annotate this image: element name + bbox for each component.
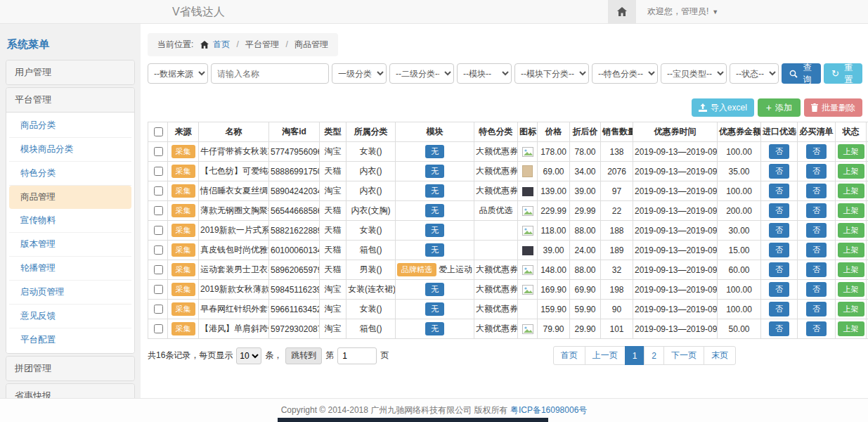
status-toggle[interactable]: 上架 [838,184,864,198]
import-select-toggle[interactable]: 否 [769,243,789,257]
status-toggle[interactable]: 上架 [838,321,864,336]
module-none-badge: 无 [425,145,444,158]
sidebar-subitem-商品分类[interactable]: 商品分类 [9,114,131,138]
source-badge: 采集 [171,263,195,276]
page-button-首页[interactable]: 首页 [553,346,585,365]
filter-select-category-l2[interactable]: --二级分类-- [389,63,454,84]
sidebar-item-拼团管理[interactable]: 拼团管理 [6,357,134,381]
page-button-末页[interactable]: 末页 [704,346,736,365]
coupon-amount: 30.00 [718,221,761,241]
sidebar-item-省惠快报[interactable]: 省惠快报 [6,384,134,399]
status-toggle[interactable]: 上架 [838,243,864,257]
import-select-toggle[interactable]: 否 [769,164,789,179]
row-checkbox[interactable] [154,167,163,176]
status-toggle[interactable]: 上架 [838,164,864,179]
import-select-toggle[interactable]: 否 [769,282,789,297]
row-checkbox[interactable] [154,285,163,294]
page-button-1[interactable]: 1 [625,346,645,365]
sales-count: 198 [601,280,633,300]
breadcrumb-label: 当前位置: [157,39,193,49]
page-size-select[interactable]: 10 [236,347,261,364]
discount-price: 29.90 [570,319,601,339]
must-buy-toggle[interactable]: 否 [806,144,827,159]
sidebar-subitem-意见反馈[interactable]: 意见反馈 [9,305,131,328]
must-buy-toggle[interactable]: 否 [806,243,827,257]
status-toggle[interactable]: 上架 [838,282,864,297]
import-select-toggle[interactable]: 否 [769,302,789,316]
row-checkbox[interactable] [154,305,163,314]
must-buy-toggle[interactable]: 否 [806,184,827,198]
sidebar-subitem-模块商品分类[interactable]: 模块商品分类 [9,138,131,162]
sidebar-subitem-宣传物料[interactable]: 宣传物料 [9,209,131,233]
must-buy-toggle[interactable]: 否 [806,302,827,316]
jump-page-input[interactable] [337,347,377,364]
filter-select-data-source[interactable]: --数据来源-- [148,63,208,84]
status-toggle[interactable]: 上架 [838,302,864,316]
breadcrumb-level2: 商品管理 [294,39,328,49]
page-button-上一页[interactable]: 上一页 [585,346,626,365]
price: 118.00 [538,221,570,241]
sidebar-subitem-平台配置[interactable]: 平台配置 [9,328,131,352]
import-select-toggle[interactable]: 否 [769,223,789,238]
row-checkbox[interactable] [154,206,163,215]
icp-link[interactable]: 粤ICP备16098006号 [510,404,587,416]
price: 178.00 [538,142,570,162]
jump-to-button[interactable]: 跳转到 [285,347,322,364]
row-checkbox[interactable] [154,245,163,255]
table-row: 采集2019新款一片式系...588216228899天猫女装()无118.00… [148,221,868,241]
product-type: 淘宝 [320,300,346,319]
must-buy-toggle[interactable]: 否 [806,164,827,179]
filter-select-item-type[interactable]: --宝贝类型-- [661,63,727,84]
row-checkbox[interactable] [154,265,163,274]
col-header-7: 特色分类 [474,122,518,142]
import-excel-button[interactable]: 导入excel [692,98,754,117]
import-select-toggle[interactable]: 否 [769,184,789,198]
import-select-toggle[interactable]: 否 [769,321,789,336]
must-buy-toggle[interactable]: 否 [806,262,827,277]
page-button-2[interactable]: 2 [644,346,664,365]
status-toggle[interactable]: 上架 [838,144,864,159]
must-buy-toggle[interactable]: 否 [806,321,827,336]
must-buy-toggle[interactable]: 否 [806,282,827,297]
status-toggle[interactable]: 上架 [838,223,864,238]
search-button[interactable]: 查询 [782,63,821,84]
taoke-id: 577479560965 [269,142,320,162]
sidebar-subitem-启动页管理[interactable]: 启动页管理 [9,281,131,305]
table-row: 采集牛仔背带裤女秋装减龄...577479560965淘宝女装()无大额优惠券1… [148,142,868,162]
sidebar-subitem-轮播管理[interactable]: 轮播管理 [9,257,131,281]
home-button[interactable] [608,0,636,23]
sidebar-subitem-特色分类[interactable]: 特色分类 [9,162,131,186]
sidebar-item-user-management[interactable]: 用户管理 [6,60,134,84]
batch-delete-button[interactable]: 批量删除 [804,98,862,117]
row-checkbox[interactable] [154,186,163,196]
import-select-toggle[interactable]: 否 [769,203,789,218]
discount-price: 39.00 [570,181,601,201]
status-toggle[interactable]: 上架 [838,262,864,277]
filter-select-module[interactable]: --模块-- [457,63,512,84]
row-checkbox[interactable] [154,147,163,156]
row-checkbox[interactable] [154,324,163,333]
sidebar-subitem-版本管理[interactable]: 版本管理 [9,233,131,257]
add-button[interactable]: + 添加 [758,98,801,117]
filter-select-feature-category[interactable]: --特色分类-- [592,63,658,84]
reset-button[interactable]: ↻ 重置 [824,63,862,84]
select-all-checkbox[interactable] [154,127,163,136]
row-checkbox[interactable] [154,226,163,235]
status-toggle[interactable]: 上架 [838,203,864,218]
name-search-input[interactable] [211,63,329,84]
user-menu[interactable]: 欢迎您，管理员! ▼ [636,0,868,23]
import-select-toggle[interactable]: 否 [769,144,789,159]
sidebar-item-platform-management[interactable]: 平台管理 [6,88,134,112]
sidebar-subitem-商品管理[interactable]: 商品管理 [9,186,131,209]
page-button-下一页[interactable]: 下一页 [663,346,704,365]
breadcrumb-home-link[interactable]: 首页 [213,39,230,49]
filter-select-category-l1[interactable]: 一级分类 [332,63,387,84]
import-select-toggle[interactable]: 否 [769,262,789,277]
icon-cell [518,319,538,339]
col-header-5: 所属分类 [346,122,396,142]
feature-category: 大额优惠券 [474,142,518,162]
filter-select-status[interactable]: --状态-- [730,63,779,84]
must-buy-toggle[interactable]: 否 [806,203,827,218]
filter-select-module-subcategory[interactable]: --模块下分类-- [514,63,589,84]
must-buy-toggle[interactable]: 否 [806,223,827,238]
